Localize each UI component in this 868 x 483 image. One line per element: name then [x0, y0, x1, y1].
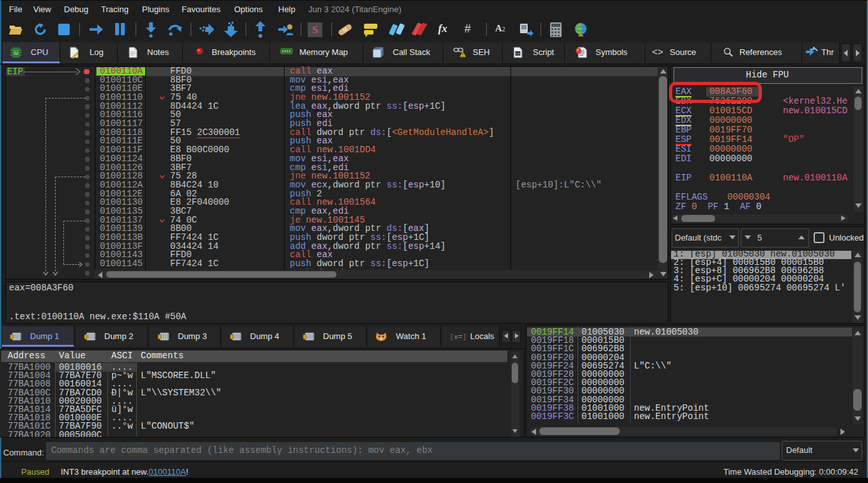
svg-text:32: 32 — [14, 51, 19, 55]
svg-text:!: ! — [462, 52, 463, 57]
svg-text:<>: <> — [516, 52, 520, 56]
svg-text:<>: <> — [652, 47, 663, 57]
